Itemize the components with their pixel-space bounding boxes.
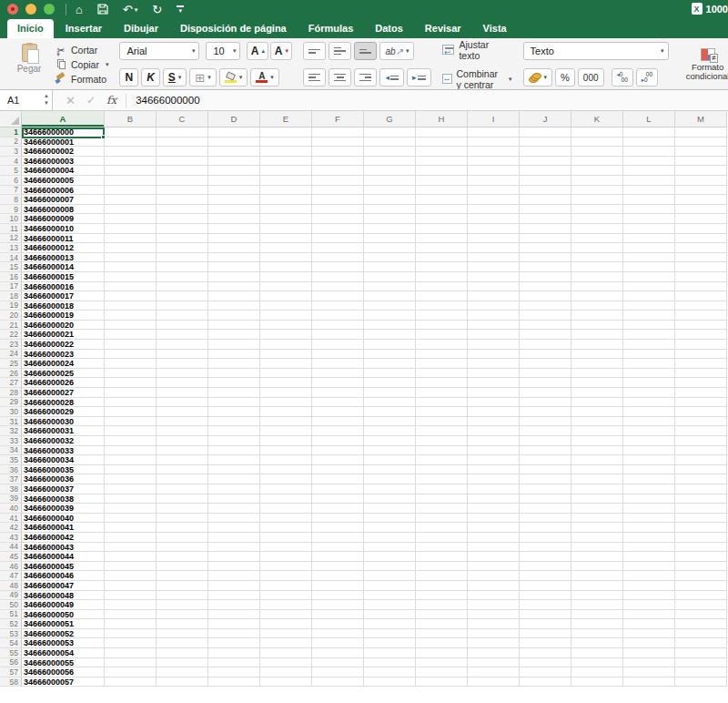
cell[interactable] [571, 301, 623, 311]
cell[interactable] [364, 186, 416, 196]
cell-column-a[interactable]: 34666000047 [22, 581, 105, 591]
row-header[interactable]: 31 [0, 417, 22, 427]
cell[interactable] [157, 369, 208, 379]
cell-column-a[interactable]: 34666000019 [22, 311, 105, 321]
cell[interactable] [208, 629, 260, 639]
cell[interactable] [105, 426, 157, 436]
cell[interactable] [571, 658, 623, 668]
cell[interactable] [468, 166, 520, 176]
row-header[interactable]: 32 [0, 426, 22, 436]
decrease-indent-button[interactable]: ◂ [379, 68, 404, 87]
cell[interactable] [416, 600, 468, 610]
cell-column-a[interactable]: 34666000032 [22, 436, 105, 446]
row-header[interactable]: 53 [0, 629, 22, 639]
cell[interactable] [468, 262, 520, 272]
cell[interactable] [105, 243, 157, 253]
cell[interactable] [416, 214, 468, 224]
cell[interactable] [105, 369, 157, 379]
cell[interactable] [468, 484, 520, 494]
cell[interactable] [208, 301, 260, 311]
cell[interactable] [416, 667, 468, 678]
cell[interactable] [364, 262, 416, 272]
cell[interactable] [364, 533, 416, 543]
cell[interactable] [416, 340, 468, 350]
cell[interactable] [623, 455, 675, 465]
cell[interactable] [157, 474, 208, 484]
cell[interactable] [623, 350, 675, 360]
cell[interactable] [623, 166, 675, 176]
row-header[interactable]: 7 [0, 186, 22, 196]
cell[interactable] [520, 127, 571, 138]
cell[interactable] [675, 523, 727, 533]
format-painter-button[interactable]: Formato [55, 72, 108, 86]
cell[interactable] [468, 272, 520, 282]
cell[interactable] [468, 600, 520, 610]
cell[interactable] [157, 543, 208, 553]
cell[interactable] [157, 648, 208, 658]
cell[interactable] [364, 474, 416, 484]
cell[interactable] [157, 465, 208, 475]
cell[interactable] [520, 330, 571, 340]
cell[interactable] [675, 610, 727, 620]
cell[interactable] [105, 562, 157, 572]
cell[interactable] [468, 234, 520, 244]
cell[interactable] [105, 407, 157, 417]
cell[interactable] [312, 166, 364, 176]
cell[interactable] [571, 330, 623, 340]
cell[interactable] [675, 166, 727, 176]
cell[interactable] [468, 311, 520, 321]
cell-column-a[interactable]: 34666000020 [22, 321, 105, 331]
cell[interactable] [571, 369, 623, 379]
cell-column-a[interactable]: 34666000048 [22, 591, 105, 601]
cell[interactable] [208, 350, 260, 360]
cell[interactable] [105, 311, 157, 321]
cell[interactable] [208, 282, 260, 292]
cell[interactable] [675, 321, 727, 331]
cell[interactable] [623, 214, 675, 224]
row-header[interactable]: 44 [0, 543, 22, 553]
cell[interactable] [416, 610, 468, 620]
cell[interactable] [260, 523, 312, 533]
cell[interactable] [364, 678, 416, 687]
cell[interactable] [208, 398, 260, 408]
cell[interactable] [468, 253, 520, 263]
cell[interactable] [520, 562, 571, 572]
cell[interactable] [571, 619, 623, 629]
cell[interactable] [520, 282, 571, 292]
cell[interactable] [260, 678, 312, 687]
cell[interactable] [364, 157, 416, 167]
cell[interactable] [208, 272, 260, 282]
cell[interactable] [468, 176, 520, 186]
conditional-formatting-button[interactable]: ≠ Formato condicional [680, 48, 728, 81]
cell[interactable] [105, 253, 157, 263]
cell[interactable] [571, 543, 623, 553]
cell[interactable] [416, 262, 468, 272]
cell[interactable] [312, 638, 364, 648]
cell[interactable] [571, 581, 623, 591]
cell-column-a[interactable]: 34666000014 [22, 262, 105, 272]
cell[interactable] [157, 262, 208, 272]
cell-column-a[interactable]: 34666000001 [22, 138, 105, 148]
cell[interactable] [260, 619, 312, 629]
row-header[interactable]: 12 [0, 234, 22, 244]
ribbon-tab[interactable]: Dibujar [114, 19, 168, 38]
cell[interactable] [157, 147, 208, 157]
cell[interactable] [208, 514, 260, 524]
cell-column-a[interactable]: 34666000044 [22, 552, 105, 562]
cell[interactable] [520, 388, 571, 398]
cell[interactable] [105, 127, 157, 138]
cell[interactable] [312, 234, 364, 244]
cell[interactable] [364, 205, 416, 215]
cell[interactable] [312, 484, 364, 494]
cell[interactable] [260, 504, 312, 514]
cell[interactable] [260, 340, 312, 350]
cell[interactable] [416, 378, 468, 388]
cell[interactable] [364, 426, 416, 436]
cell[interactable] [675, 262, 727, 272]
cell[interactable] [208, 600, 260, 610]
cell[interactable] [468, 186, 520, 196]
cell-column-a[interactable]: 34666000055 [22, 658, 105, 668]
cell[interactable] [105, 504, 157, 514]
cell-column-a[interactable]: 34666000038 [22, 494, 105, 504]
cell[interactable] [157, 253, 208, 263]
